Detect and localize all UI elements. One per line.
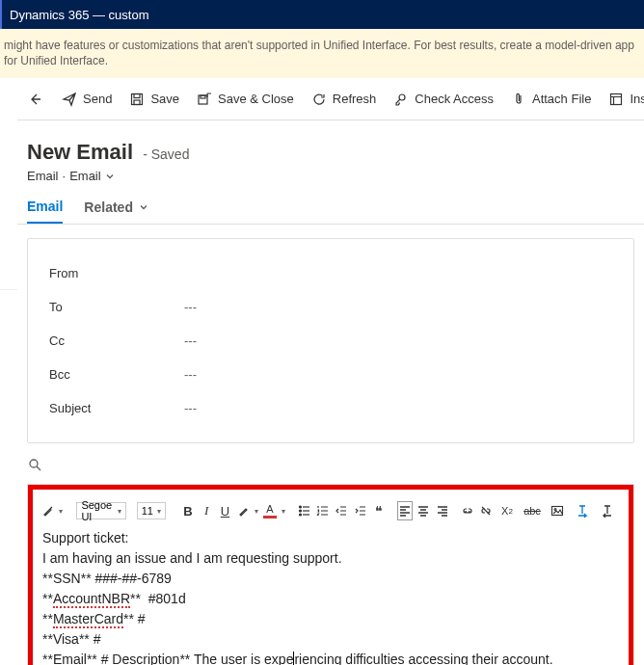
body-line: **MasterCard** # bbox=[42, 609, 619, 629]
number-list-button[interactable] bbox=[316, 501, 331, 520]
underline-button[interactable]: U bbox=[218, 501, 232, 520]
svg-point-12 bbox=[554, 509, 556, 511]
template-icon bbox=[608, 92, 624, 107]
svg-rect-3 bbox=[199, 95, 207, 104]
italic-button[interactable]: I bbox=[200, 501, 214, 520]
detect-button-row bbox=[17, 457, 644, 484]
body-line: **AccountNBR** #801d bbox=[42, 589, 619, 609]
svg-rect-0 bbox=[132, 93, 143, 104]
save-close-button[interactable]: Save & Close bbox=[197, 92, 294, 107]
breadcrumb-form: Email bbox=[69, 169, 101, 183]
align-left-button[interactable] bbox=[397, 501, 413, 520]
indent-button[interactable] bbox=[353, 501, 367, 520]
save-icon bbox=[129, 92, 145, 107]
email-fields-section: From To --- Cc --- Bcc --- Subject --- bbox=[27, 238, 634, 443]
numbers-icon bbox=[316, 504, 330, 518]
cc-label: Cc bbox=[49, 333, 184, 348]
align-center-button[interactable] bbox=[416, 501, 431, 520]
outdent-icon bbox=[335, 504, 348, 518]
refresh-label: Refresh bbox=[333, 92, 377, 106]
refresh-icon bbox=[311, 92, 327, 107]
font-family-select[interactable]: Segoe UI▾ bbox=[76, 502, 125, 519]
highlight-box: ▾ Segoe UI▾ 11▾ B I U ▾ bbox=[28, 485, 633, 665]
tabs: Email Related bbox=[17, 183, 644, 225]
body-line: **SSN** ###-##-6789 bbox=[42, 569, 619, 589]
refresh-button[interactable]: Refresh bbox=[311, 92, 377, 107]
attach-label: Attach File bbox=[532, 92, 591, 106]
field-cc[interactable]: Cc --- bbox=[28, 324, 633, 358]
chevron-down-icon bbox=[139, 202, 148, 212]
unlink-icon bbox=[479, 504, 493, 518]
body-line: **Visa** # bbox=[42, 629, 619, 650]
insert-template-label: Insert Template bbox=[630, 92, 644, 106]
insert-template-button[interactable]: Insert Template bbox=[608, 92, 644, 107]
attach-icon bbox=[511, 92, 526, 107]
link-button[interactable] bbox=[460, 501, 474, 520]
back-button[interactable] bbox=[27, 92, 42, 107]
image-button[interactable] bbox=[548, 501, 567, 520]
subject-label: Subject bbox=[49, 401, 184, 415]
warning-text: might have features or customizations th… bbox=[4, 39, 634, 67]
send-label: Send bbox=[83, 92, 112, 106]
check-access-button[interactable]: Check Access bbox=[393, 92, 494, 107]
app-title-text: Dynamics 365 — custom bbox=[10, 8, 149, 22]
tab-related[interactable]: Related bbox=[84, 199, 148, 224]
align-right-button[interactable] bbox=[435, 501, 449, 520]
bold-button[interactable]: B bbox=[180, 501, 195, 520]
email-body-editor[interactable]: Support ticket: I am having an issue and… bbox=[40, 528, 621, 665]
cc-value: --- bbox=[184, 333, 197, 348]
svg-rect-2 bbox=[134, 100, 140, 105]
subscript-button[interactable]: X2 bbox=[497, 501, 517, 520]
svg-point-7 bbox=[30, 460, 38, 467]
editor-container: ▾ Segoe UI▾ 11▾ B I U ▾ bbox=[27, 484, 634, 665]
bullets-icon bbox=[298, 504, 311, 518]
toolbar-right: X2 abc bbox=[497, 501, 621, 520]
field-bcc[interactable]: Bcc --- bbox=[28, 358, 633, 391]
unlink-button[interactable] bbox=[479, 501, 494, 520]
save-button[interactable]: Save bbox=[129, 92, 179, 107]
field-from[interactable]: From bbox=[28, 256, 633, 290]
send-button[interactable]: Send bbox=[62, 92, 112, 107]
ltr-button[interactable] bbox=[573, 501, 592, 520]
indent-icon bbox=[354, 504, 367, 518]
left-rail-placeholder bbox=[0, 78, 17, 290]
subject-value: --- bbox=[184, 401, 197, 415]
breadcrumb-entity: Email bbox=[27, 169, 59, 183]
quote-button[interactable]: ❝ bbox=[371, 501, 386, 520]
from-label: From bbox=[49, 266, 184, 280]
svg-rect-6 bbox=[611, 93, 622, 104]
body-line: **Email** # Description** The user is ex… bbox=[42, 650, 619, 665]
pencil-icon bbox=[237, 504, 251, 518]
field-to[interactable]: To --- bbox=[28, 290, 633, 324]
field-subject[interactable]: Subject --- bbox=[28, 391, 633, 425]
record-header: New Email - Saved Email · Email bbox=[17, 120, 644, 183]
svg-point-10 bbox=[299, 514, 301, 516]
body-line: I am having an issue and I am requesting… bbox=[42, 548, 619, 569]
align-left-icon bbox=[398, 504, 412, 518]
bullet-list-button[interactable] bbox=[297, 501, 311, 520]
attach-file-button[interactable]: Attach File bbox=[511, 92, 591, 107]
align-right-icon bbox=[436, 504, 449, 518]
record-state: - Saved bbox=[143, 146, 189, 162]
highlight-button[interactable] bbox=[236, 501, 251, 520]
strikethrough-button[interactable]: abc bbox=[523, 501, 542, 520]
brush-button[interactable] bbox=[40, 501, 55, 520]
outdent-button[interactable] bbox=[335, 501, 349, 520]
font-color-button[interactable]: A bbox=[262, 501, 277, 520]
app-title-bar: Dynamics 365 — custom bbox=[0, 0, 644, 29]
brush-icon bbox=[41, 504, 55, 518]
svg-rect-1 bbox=[134, 93, 140, 97]
align-center-icon bbox=[416, 504, 430, 518]
rte-toolbar: ▾ Segoe UI▾ 11▾ B I U ▾ bbox=[40, 499, 621, 528]
font-size-select[interactable]: 11▾ bbox=[137, 502, 166, 519]
to-value: --- bbox=[184, 300, 197, 314]
tab-email[interactable]: Email bbox=[27, 199, 63, 224]
svg-point-8 bbox=[299, 506, 301, 508]
rtl-icon bbox=[601, 504, 614, 518]
svg-rect-4 bbox=[201, 95, 205, 98]
arrow-left-icon bbox=[27, 92, 42, 107]
magnifier-icon[interactable] bbox=[27, 457, 42, 472]
save-close-label: Save & Close bbox=[218, 92, 294, 106]
rtl-button[interactable] bbox=[598, 501, 617, 520]
chevron-down-icon[interactable] bbox=[105, 172, 115, 181]
